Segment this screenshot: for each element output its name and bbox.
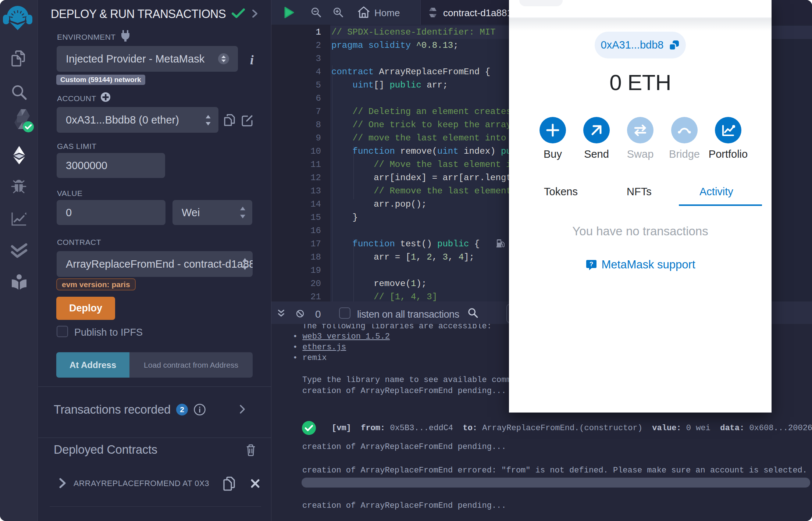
svg-text:?: ? [589,261,593,268]
